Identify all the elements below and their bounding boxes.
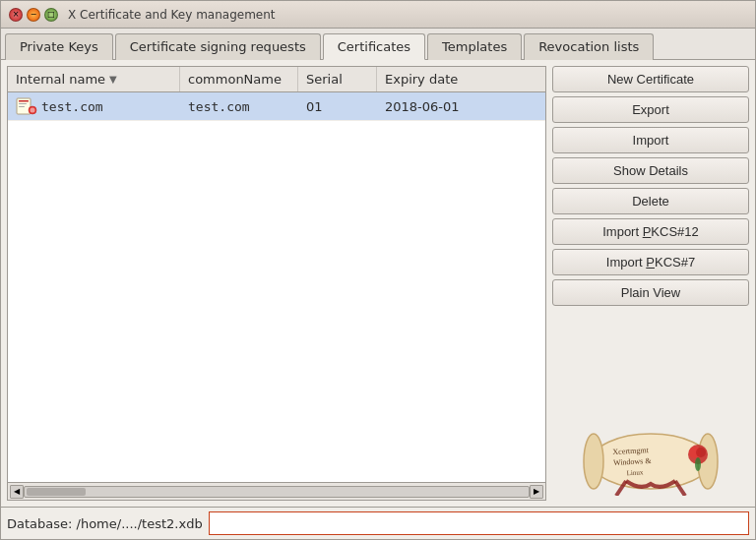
maximize-button[interactable]: □ (44, 8, 58, 22)
plain-view-button[interactable]: Plain View (552, 279, 749, 306)
status-input[interactable] (209, 511, 749, 535)
scroll-left-button[interactable]: ◀ (10, 485, 24, 499)
table-header: Internal name ▼ commonName Serial Expiry… (8, 67, 545, 92)
maximize-icon: □ (47, 10, 55, 19)
svg-rect-2 (19, 103, 27, 104)
col-header-serial[interactable]: Serial (298, 67, 377, 91)
minimize-button[interactable]: − (27, 8, 40, 22)
svg-rect-3 (19, 106, 25, 107)
scrollbar-area: ◀ ▶ (8, 482, 545, 500)
sort-arrow-icon: ▼ (109, 74, 117, 85)
scroll-thumb[interactable] (27, 488, 86, 496)
certificates-table-panel: Internal name ▼ commonName Serial Expiry… (7, 66, 546, 501)
import-pkcs12-button[interactable]: Import PKCS#12 (552, 218, 749, 245)
pkcs12-underline: P (643, 224, 652, 239)
col-header-internal-name[interactable]: Internal name ▼ (8, 67, 180, 91)
certificate-icon (16, 96, 37, 116)
window-title: X Certificate and Key management (68, 8, 747, 22)
svg-point-14 (696, 448, 706, 457)
cell-common-name: test.com (180, 92, 298, 120)
svg-point-5 (31, 108, 35, 113)
cell-internal-name: test.com (8, 92, 180, 120)
import-button[interactable]: Import (552, 127, 749, 153)
show-details-button[interactable]: Show Details (552, 157, 749, 184)
titlebar: × − □ X Certificate and Key management (1, 1, 755, 29)
pkcs7-underline: P (646, 255, 655, 270)
table-body: test.com test.com 01 2018-06-01 (8, 92, 545, 482)
close-icon: × (13, 10, 20, 19)
tab-revocation[interactable]: Revocation lists (524, 33, 654, 60)
svg-point-7 (584, 434, 603, 489)
tabs-bar: Private Keys Certificate signing request… (1, 29, 755, 60)
col-header-expiry-date[interactable]: Expiry date (377, 67, 485, 91)
import-pkcs7-button[interactable]: Import PKCS#7 (552, 249, 749, 275)
col-header-common-name[interactable]: commonName (180, 67, 298, 91)
export-button[interactable]: Export (552, 96, 749, 123)
database-label: Database: /home/..../test2.xdb (7, 516, 203, 531)
content-area: Internal name ▼ commonName Serial Expiry… (1, 60, 755, 507)
tab-certificates[interactable]: Certificates (323, 33, 425, 60)
window-controls: × − □ (9, 8, 58, 22)
tab-csr[interactable]: Certificate signing requests (115, 33, 321, 60)
cell-serial: 01 (298, 92, 377, 120)
certificate-logo: Xcertmgmt Windows & Linux (552, 402, 749, 501)
main-window: × − □ X Certificate and Key management P… (0, 0, 756, 540)
scroll-right-button[interactable]: ▶ (530, 485, 543, 499)
svg-point-15 (695, 457, 701, 471)
table-row[interactable]: test.com test.com 01 2018-06-01 (8, 92, 545, 121)
svg-text:Linux: Linux (626, 468, 644, 477)
close-button[interactable]: × (9, 8, 23, 22)
delete-button[interactable]: Delete (552, 188, 749, 214)
tab-private-keys[interactable]: Private Keys (5, 33, 113, 60)
tab-templates[interactable]: Templates (427, 33, 522, 60)
svg-rect-1 (19, 100, 29, 102)
xca-logo-icon: Xcertmgmt Windows & Linux (572, 407, 729, 496)
right-panel: New Certificate Export Import Show Detai… (552, 66, 749, 501)
statusbar: Database: /home/..../test2.xdb (1, 507, 755, 539)
new-certificate-button[interactable]: New Certificate (552, 66, 749, 92)
cell-expiry-date: 2018-06-01 (377, 92, 485, 120)
horizontal-scrollbar[interactable] (24, 486, 530, 498)
minimize-icon: − (31, 10, 37, 19)
